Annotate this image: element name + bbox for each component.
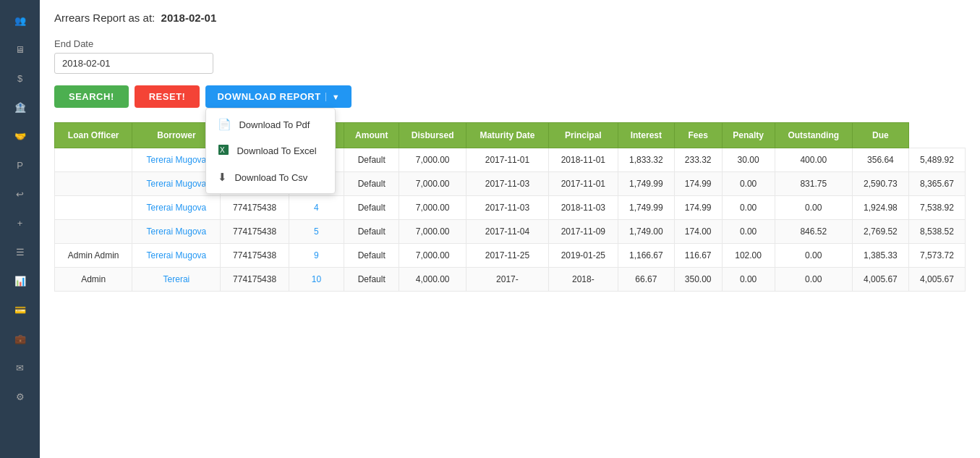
sidebar-item-briefcase[interactable]: 💼 — [6, 326, 35, 352]
product-link[interactable]: 10 — [312, 274, 321, 284]
sidebar-item-screen[interactable]: 🖥 — [6, 36, 35, 62]
sidebar-item-handshake[interactable]: 🤝 — [6, 123, 35, 149]
download-excel-item[interactable]: X Download To Excel — [206, 137, 335, 164]
cell-maturity: 2018-11-01 — [548, 148, 618, 172]
borrower-link[interactable]: Tererai Mugova — [147, 203, 207, 213]
cell-amount: 7,000.00 — [399, 220, 466, 244]
borrower-link[interactable]: Tererai Mugova — [147, 155, 207, 165]
cell-phone: 774175438 — [221, 220, 289, 244]
col-interest: Interest — [618, 123, 674, 148]
briefcase-icon: 💼 — [14, 334, 26, 344]
cell-due: 8,365.67 — [908, 172, 965, 196]
borrower-link[interactable]: Tererai — [163, 274, 190, 284]
cell-outstanding: 1,385.33 — [852, 244, 908, 268]
reset-button[interactable]: RESET! — [135, 85, 200, 108]
cell-amount: 7,000.00 — [399, 148, 466, 172]
sidebar-item-plus[interactable]: + — [6, 210, 35, 236]
product-link[interactable]: 9 — [314, 250, 319, 260]
cell-disbursed: 2017-11-03 — [466, 172, 549, 196]
cell-type: Default — [344, 220, 399, 244]
col-fees: Fees — [674, 123, 722, 148]
cell-maturity: 2018- — [548, 268, 618, 292]
cell-principal: 1,749.00 — [618, 220, 674, 244]
cell-loan-officer — [55, 148, 132, 172]
cell-disbursed: 2017-11-25 — [466, 244, 549, 268]
cell-outstanding: 356.64 — [852, 148, 908, 172]
cell-type: Default — [344, 268, 399, 292]
download-dropdown-menu: 📄 Download To Pdf X Download To Excel — [205, 108, 336, 194]
csv-icon: ⬇ — [218, 171, 227, 184]
arrears-table: Loan Officer Borrower Phone Product Amou… — [54, 122, 966, 292]
download-pdf-item[interactable]: 📄 Download To Pdf — [206, 111, 335, 137]
product-link[interactable]: 5 — [314, 226, 319, 237]
cell-penalty: 0.00 — [775, 196, 852, 220]
cell-loan-officer — [55, 196, 132, 220]
sidebar-item-list[interactable]: ☰ — [6, 239, 35, 265]
chevron-down-icon: ▼ — [325, 93, 340, 101]
sidebar-item-credit-card[interactable]: 💳 — [6, 297, 35, 323]
cell-outstanding: 1,924.98 — [852, 196, 908, 220]
borrower-link[interactable]: Tererai Mugova — [147, 179, 207, 189]
cell-disbursed: 2017-11-04 — [466, 220, 549, 244]
pdf-icon: 📄 — [218, 118, 231, 131]
sidebar-item-users[interactable]: 👥 — [6, 7, 35, 33]
cell-due: 8,538.52 — [908, 220, 965, 244]
excel-icon: X — [218, 144, 229, 158]
cell-outstanding: 2,769.52 — [852, 220, 908, 244]
report-date: 2018-02-01 — [161, 12, 217, 24]
download-report-button[interactable]: DOWNLOAD REPORT ▼ — [205, 85, 351, 108]
sidebar: 👥 🖥 $ 🏦 🤝 P ↩ + ☰ 📊 💳 💼 ✉ ⚙ — [0, 0, 40, 458]
borrower-link[interactable]: Tererai Mugova — [147, 226, 207, 237]
cell-fees: 0.00 — [722, 220, 775, 244]
button-row: SEARCH! RESET! DOWNLOAD REPORT ▼ 📄 Downl… — [54, 85, 966, 108]
product-link[interactable]: 4 — [314, 203, 319, 213]
cell-penalty: 0.00 — [775, 268, 852, 292]
cell-type: Default — [344, 244, 399, 268]
search-button[interactable]: SEARCH! — [54, 85, 129, 108]
sidebar-item-paypal[interactable]: P — [6, 152, 35, 178]
sidebar-item-mail[interactable]: ✉ — [6, 355, 35, 381]
cell-fees: 0.00 — [722, 196, 775, 220]
download-csv-item[interactable]: ⬇ Download To Csv — [206, 164, 335, 190]
sidebar-item-gear[interactable]: ⚙ — [6, 383, 35, 410]
cell-principal: 66.67 — [618, 268, 674, 292]
cell-amount: 7,000.00 — [399, 196, 466, 220]
sidebar-item-chart[interactable]: 📊 — [6, 268, 35, 294]
cell-principal: 1,166.67 — [618, 244, 674, 268]
cell-disbursed: 2017-11-03 — [466, 196, 549, 220]
main-content: Arrears Report as at: 2018-02-01 End Dat… — [40, 0, 980, 458]
download-report-label: DOWNLOAD REPORT — [217, 91, 320, 102]
download-csv-label: Download To Csv — [234, 172, 307, 183]
end-date-group: End Date — [54, 38, 966, 74]
cell-outstanding: 4,005.67 — [852, 268, 908, 292]
cell-due: 4,005.67 — [908, 268, 965, 292]
cell-penalty: 831.75 — [775, 172, 852, 196]
chart-icon: 📊 — [14, 276, 26, 287]
cell-principal: 1,749.99 — [618, 172, 674, 196]
borrower-link[interactable]: Tererai Mugova — [147, 250, 207, 260]
table-row: Tererai Mugova 774175438 5 Default 7,000… — [55, 220, 966, 244]
cell-type: Default — [344, 148, 399, 172]
cell-phone: 774175438 — [221, 244, 289, 268]
sidebar-item-bank[interactable]: 🏦 — [6, 94, 35, 120]
mail-icon: ✉ — [16, 362, 24, 373]
sidebar-item-redo[interactable]: ↩ — [6, 181, 35, 207]
table-header-row: Loan Officer Borrower Phone Product Amou… — [55, 123, 966, 148]
col-outstanding: Outstanding — [775, 123, 852, 148]
plus-icon: + — [17, 218, 23, 229]
dollar-icon: $ — [17, 73, 22, 84]
cell-due: 7,538.92 — [908, 196, 965, 220]
end-date-input[interactable] — [54, 53, 213, 74]
cell-interest: 174.00 — [674, 220, 722, 244]
cell-phone: 774175438 — [221, 196, 289, 220]
cell-maturity: 2017-11-01 — [548, 172, 618, 196]
users-icon: 👥 — [14, 15, 26, 26]
sidebar-item-dollar[interactable]: $ — [6, 65, 35, 91]
cell-amount: 4,000.00 — [399, 268, 466, 292]
download-pdf-label: Download To Pdf — [239, 119, 310, 130]
cell-loan-officer: Admin Admin — [55, 244, 132, 268]
col-disbursed: Disbursed — [399, 123, 466, 148]
cell-due: 5,489.92 — [908, 148, 965, 172]
cell-interest: 116.67 — [674, 244, 722, 268]
handshake-icon: 🤝 — [14, 131, 26, 142]
